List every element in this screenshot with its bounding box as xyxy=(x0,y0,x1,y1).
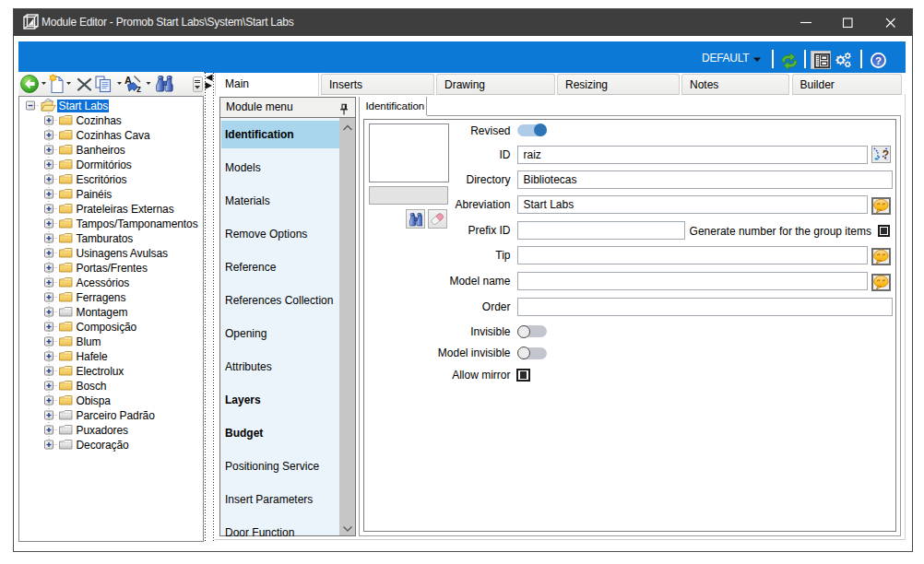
svg-text:?: ? xyxy=(882,148,888,161)
svg-text:z: z xyxy=(136,84,141,94)
svg-text:?: ? xyxy=(874,55,881,66)
